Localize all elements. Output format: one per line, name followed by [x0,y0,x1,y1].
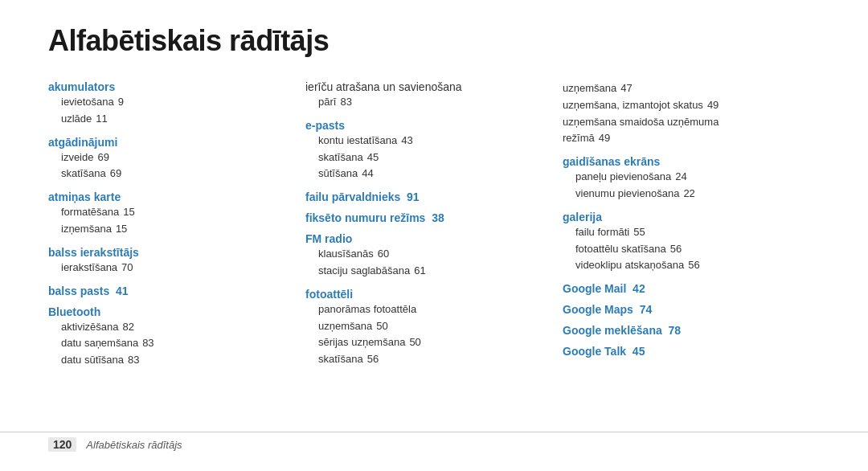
sub-entry: skatīšana69 [48,166,289,182]
entry-header[interactable]: failu pārvaldnieks 91 [305,190,547,203]
sub-entry: vienumu pievienošana22 [563,186,804,203]
sub-entry: uzņemšana47 [563,80,804,97]
sub-entry: ievietošana9 [48,94,289,111]
sub-entry: skatīšana56 [305,351,547,368]
sub-entry: paneļu pievienošana24 [563,169,804,186]
sub-entry: videoklipu atskaņošana56 [563,257,804,274]
entry-header[interactable]: galerija [563,211,804,223]
list-item: balss ierakstītājs ierakstīšana70 [48,246,289,276]
list-item: Google Maps 74 [563,303,804,316]
entry-header[interactable]: e-pasts [305,119,547,132]
sub-entry: aktivizēšana82 [48,319,289,336]
entry-header[interactable]: fotoattēli [305,288,547,301]
list-item: failu pārvaldnieks 91 [305,190,547,203]
sub-entry: izveide69 [48,149,289,166]
list-item: e-pasts kontu iestatīšana43 skatīšana45 … [305,119,547,182]
list-item: uzņemšana47 uzņemšana, izmantojot skatus… [563,80,804,147]
sub-entry: ierakstīšana70 [48,260,289,276]
entry-header[interactable]: Google Mail 42 [563,282,804,295]
sub-entry: uzņemšana, izmantojot skatus49 [563,97,804,114]
sub-entry: datu saņemšana83 [48,335,289,352]
list-item: galerija failu formāti55 fotoattēlu skat… [563,211,804,274]
list-item: atmiņas karte formatēšana15 izņemšana15 [48,190,289,238]
entry-header[interactable]: balss pasts 41 [48,285,289,297]
entry-header[interactable]: balss ierakstītājs [48,246,289,259]
sub-entry: izņemšana15 [48,221,289,238]
entry-header[interactable]: gaidīšanas ekrāns [563,155,804,168]
list-item: fiksēto numuru režīms 38 [305,211,547,224]
list-item: gaidīšanas ekrāns paneļu pievienošana24 … [563,155,804,203]
page-container: Alfabētiskais rādītājs akumulators ievie… [0,0,868,471]
sub-entry: pārī83 [305,94,547,111]
list-item: akumulators ievietošana9 uzlāde11 [48,80,289,128]
list-item: atgādinājumi izveide69 skatīšana69 [48,136,289,183]
index-columns: akumulators ievietošana9 uzlāde11 atgādi… [48,80,820,372]
sub-entry: uzlāde11 [48,111,289,128]
sub-entry: datu sūtīšana83 [48,352,289,369]
list-item: balss pasts 41 [48,285,289,297]
page-title: Alfabētiskais rādītājs [48,24,820,58]
sub-entry: uzņemšana50 [305,318,547,335]
sub-entry: fotoattēlu skatīšana56 [563,241,804,258]
sub-entry: klausīšanās60 [305,246,547,263]
sub-entry: formatēšana15 [48,204,289,221]
entry-header[interactable]: akumulators [48,80,289,93]
entry-header[interactable]: fiksēto numuru režīms 38 [305,211,547,224]
sub-entry: failu formāti55 [563,224,804,241]
list-item: Google meklēšana 78 [563,324,804,337]
list-item: FM radio klausīšanās60 staciju saglabāša… [305,232,547,280]
entry-header[interactable]: atmiņas karte [48,190,289,203]
sub-entry: uzņemšana smaidoša uzņēmuma [563,114,804,131]
sub-entry: skatīšana45 [305,149,547,166]
footer-page-number: 120 [48,437,76,452]
entry-header[interactable]: Google meklēšana 78 [563,324,804,337]
list-item: Google Talk 45 [563,345,804,358]
sub-entry: panorāmas fotoattēla [305,301,547,318]
sub-entry: staciju saglabāšana61 [305,263,547,280]
entry-header[interactable]: Google Talk 45 [563,345,804,358]
sub-entry: sērijas uzņemšana50 [305,334,547,351]
list-item: fotoattēli panorāmas fotoattēla uzņemšan… [305,288,547,368]
entry-header[interactable]: FM radio [305,232,547,245]
entry-header[interactable]: Bluetooth [48,305,289,318]
footer: 120 Alfabētiskais rādītājs [0,432,868,457]
column-3: uzņemšana47 uzņemšana, izmantojot skatus… [563,80,820,372]
footer-text: Alfabētiskais rādītājs [86,439,182,451]
sub-entry: režīmā49 [563,130,804,147]
list-item: Google Mail 42 [563,282,804,295]
column-2: ierīču atrašana un savienošana pārī83 e-… [305,80,563,372]
entry-header[interactable]: atgādinājumi [48,136,289,149]
entry-header[interactable]: Google Maps 74 [563,303,804,316]
entry-plain-header: ierīču atrašana un savienošana [305,80,547,93]
list-item: ierīču atrašana un savienošana pārī83 [305,80,547,111]
sub-entry: kontu iestatīšana43 [305,133,547,149]
column-1: akumulators ievietošana9 uzlāde11 atgādi… [48,80,305,372]
sub-entry: sūtīšana44 [305,166,547,182]
list-item: Bluetooth aktivizēšana82 datu saņemšana8… [48,305,289,369]
